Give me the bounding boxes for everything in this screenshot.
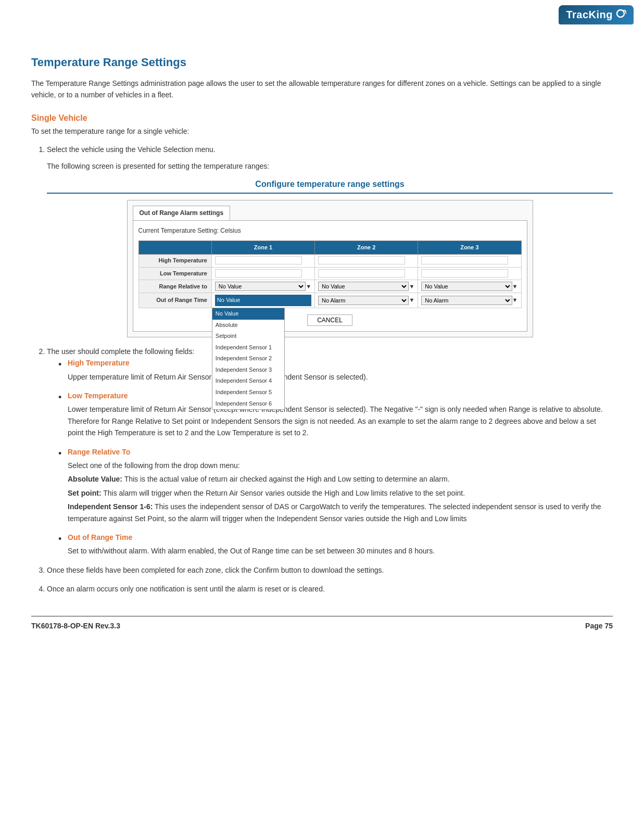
low-temp-zone3-input[interactable] <box>421 269 508 277</box>
range-relative-label: Range Relative to <box>138 280 211 293</box>
low-temp-label: Low Temperature <box>138 267 211 280</box>
logo-signal-icon <box>615 8 626 22</box>
intro-paragraph: The Temperature Range Settings administr… <box>31 78 613 101</box>
cancel-button[interactable]: CANCEL <box>307 314 352 326</box>
low-temp-zone1 <box>211 267 314 280</box>
dd-item-sensor2[interactable]: Independent Sensor 2 <box>212 353 284 364</box>
page-wrapper: Temperature Range Settings The Temperatu… <box>0 30 644 666</box>
low-temp-zone2-input[interactable] <box>318 269 405 277</box>
setpoint-term: Set point: <box>68 489 102 497</box>
dropdown-selected-text: No Value <box>217 296 240 305</box>
single-vehicle-intro: To set the temperature range for a singl… <box>31 127 613 135</box>
bullet-range-relative-sensor: Independent Sensor 1-6: This uses the in… <box>68 501 613 524</box>
following-screen-text: The following screen is presented for se… <box>47 160 613 172</box>
sensor-term: Independent Sensor 1-6: <box>68 502 153 511</box>
step-3-text: Once these fields have been completed fo… <box>47 566 384 574</box>
tracking-logo: TracKing <box>559 5 634 24</box>
page-header: TracKing <box>0 0 644 30</box>
bullet-range-relative-setpoint: Set point: This alarm will trigger when … <box>68 487 613 499</box>
step-3: Once these fields have been completed fo… <box>47 564 613 576</box>
bullet-out-of-range-text: Set to with/without alarm. With alarm en… <box>68 545 613 557</box>
low-temp-zone3 <box>418 267 521 280</box>
ui-screenshot-box: Out of Range Alarm settings Current Temp… <box>127 200 533 337</box>
dropdown-arrow-icon-3: ▼ <box>512 282 518 292</box>
bullet-range-relative-text: Select one of the following from the dro… <box>68 460 613 471</box>
step-2-text: The user should complete the following f… <box>47 347 194 356</box>
configure-heading: Configure temperature range settings <box>47 178 613 194</box>
setpoint-desc: This alarm will trigger when the Return … <box>103 489 465 497</box>
step-1: Select the vehicle using the Vehicle Sel… <box>47 144 613 337</box>
step-1-text: Select the vehicle using the Vehicle Sel… <box>47 145 216 154</box>
low-temp-zone2 <box>315 267 418 280</box>
dd-item-absolute[interactable]: Absolute <box>212 320 284 331</box>
bullet-range-relative: Range Relative To Select one of the foll… <box>68 446 613 524</box>
col-header-zone3: Zone 3 <box>418 241 521 255</box>
single-vehicle-heading: Single Vehicle <box>31 113 613 123</box>
high-temp-zone1-input[interactable] <box>215 256 302 264</box>
logo-king: King <box>589 9 613 21</box>
dd-item-sensor1[interactable]: Independent Sensor 1 <box>212 342 284 354</box>
col-header-zone1: Zone 1 <box>211 241 314 255</box>
step-4: Once an alarm occurs only one notificati… <box>47 583 613 595</box>
high-temp-zone1 <box>211 255 314 268</box>
dropdown-arrow-icon: ▼ <box>306 282 311 292</box>
bullet-low-temp-heading: Low Temperature <box>68 392 128 400</box>
table-header-row: Zone 1 Zone 2 Zone 3 <box>138 241 521 255</box>
table-row-range-relative: Range Relative to No Value Absolute Setp… <box>138 280 521 293</box>
col-header-zone2: Zone 2 <box>315 241 418 255</box>
bullet-list: High Temperature Upper temperature limit… <box>47 357 613 557</box>
range-relative-zone2: No Value Absolute ▼ <box>315 280 418 293</box>
out-of-range-zone2-select[interactable]: No Alarm <box>318 296 409 305</box>
page-footer: TK60178-8-OP-EN Rev.3.3 Page 75 <box>31 616 613 635</box>
high-temp-zone2-input[interactable] <box>318 256 405 264</box>
range-relative-zone3-select[interactable]: No Value Absolute <box>421 282 512 291</box>
dd-item-sensor6[interactable]: Independent Sensor 6 <box>212 398 284 410</box>
footer-doc-number: TK60178-8-OP-EN Rev.3.3 <box>31 622 120 630</box>
high-temp-zone3-input[interactable] <box>421 256 508 264</box>
logo-container: TracKing <box>559 5 634 24</box>
out-of-range-zone3-select[interactable]: No Alarm <box>421 296 512 305</box>
absolute-term: Absolute Value: <box>68 475 122 483</box>
bullet-low-temp-text: Lower temperature limit of Return Air Se… <box>68 403 613 438</box>
dropdown-arrow-icon-4: ▼ <box>409 296 414 305</box>
ui-content: Current Temperature Setting: Celsius Zon… <box>133 220 527 332</box>
range-relative-zone2-select[interactable]: No Value Absolute <box>318 282 409 291</box>
high-temp-zone2 <box>315 255 418 268</box>
ui-current-setting: Current Temperature Setting: Celsius <box>138 226 522 236</box>
low-temp-zone1-input[interactable] <box>215 269 302 277</box>
bullet-high-temp-text: Upper temperature limit of Return Air Se… <box>68 371 613 383</box>
dd-item-sensor3[interactable]: Independent Sensor 3 <box>212 364 284 376</box>
step-2: The user should complete the following f… <box>47 346 613 557</box>
dd-item-sensor5[interactable]: Independent Sensor 5 <box>212 387 284 398</box>
bullet-low-temp: Low Temperature Lower temperature limit … <box>68 390 613 439</box>
bullet-range-relative-absolute: Absolute Value: This is the actual value… <box>68 473 613 485</box>
col-header-empty <box>138 241 211 255</box>
dd-item-setpoint[interactable]: Setpoint <box>212 331 284 342</box>
range-relative-zone3: No Value Absolute ▼ <box>418 280 521 293</box>
high-temp-zone3 <box>418 255 521 268</box>
out-of-range-zone3: No Alarm ▼ <box>418 293 521 308</box>
dd-item-novalue[interactable]: No Value <box>212 308 284 320</box>
dropdown-selected-item[interactable]: No Value <box>215 295 311 306</box>
range-relative-zone1: No Value Absolute Setpoint ▼ <box>211 280 314 293</box>
table-row-out-of-range: Out of Range Time No Value No Value Abso… <box>138 293 521 308</box>
ui-table: Zone 1 Zone 2 Zone 3 High Temperature <box>138 241 522 308</box>
range-relative-zone1-select[interactable]: No Value Absolute Setpoint <box>215 282 306 291</box>
table-row-high-temp: High Temperature <box>138 255 521 268</box>
dropdown-arrow-icon-5: ▼ <box>512 296 518 305</box>
ui-tab: Out of Range Alarm settings <box>133 206 231 220</box>
table-row-low-temp: Low Temperature <box>138 267 521 280</box>
steps-list: Select the vehicle using the Vehicle Sel… <box>31 144 613 595</box>
out-of-range-zone2: No Alarm ▼ <box>315 293 418 308</box>
page-title: Temperature Range Settings <box>31 56 613 69</box>
dropdown-list: No Value Absolute Setpoint Independent S… <box>212 308 285 410</box>
dropdown-arrow-icon-2: ▼ <box>409 282 414 292</box>
step-4-text: Once an alarm occurs only one notificati… <box>47 585 325 593</box>
absolute-desc: This is the actual value of return air c… <box>124 475 450 483</box>
high-temp-label: High Temperature <box>138 255 211 268</box>
bullet-range-relative-heading: Range Relative To <box>68 448 130 456</box>
bullet-out-of-range-heading: Out of Range Time <box>68 533 132 541</box>
out-of-range-label: Out of Range Time <box>138 293 211 308</box>
dd-item-sensor4[interactable]: Independent Sensor 4 <box>212 375 284 387</box>
logo-trac: Trac <box>566 9 588 21</box>
